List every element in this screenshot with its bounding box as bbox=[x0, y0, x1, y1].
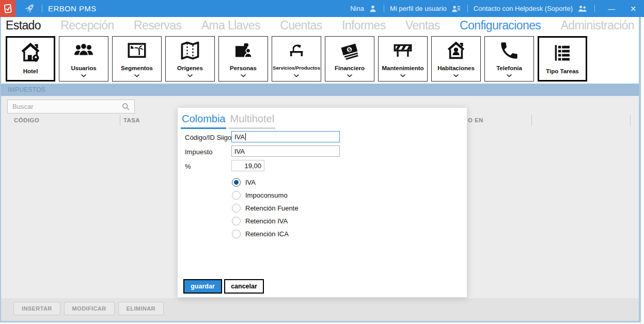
menu-configuraciones[interactable]: Configuraciones bbox=[460, 19, 541, 33]
helpdesk-link[interactable]: Contacto con Helpdesk (Soporte) bbox=[474, 4, 589, 14]
toolbar-label: Orígenes bbox=[177, 64, 203, 72]
service-desk-icon bbox=[286, 37, 307, 64]
chevron-down-icon bbox=[506, 72, 512, 79]
profile-icon bbox=[450, 4, 462, 14]
tab-multihotel[interactable]: Multihotel bbox=[229, 112, 275, 129]
task-list-icon bbox=[551, 38, 574, 68]
radio-selected-icon bbox=[232, 178, 241, 187]
close-icon: ✕ bbox=[630, 5, 636, 13]
codigo-id-siigo-input[interactable]: IVA bbox=[231, 131, 340, 142]
radio-retencion-fuente[interactable]: Retención Fuente bbox=[232, 204, 299, 213]
eliminar-button[interactable]: ELIMINAR bbox=[118, 302, 164, 315]
radio-unselected-icon bbox=[232, 191, 241, 200]
search-box[interactable] bbox=[7, 100, 135, 114]
menu-reservas[interactable]: Reservas bbox=[134, 19, 181, 33]
titlebar-divider bbox=[384, 5, 384, 12]
codigo-id-siigo-value: IVA bbox=[234, 133, 245, 141]
insertar-button[interactable]: INSERTAR bbox=[13, 302, 60, 315]
toolbar-button-financiero[interactable]: $ Financiero bbox=[325, 36, 374, 82]
toolbar-label: Mantenimiento bbox=[382, 64, 423, 72]
toolbar-label: Telefonía bbox=[496, 64, 522, 72]
menu-ama-llaves[interactable]: Ama Llaves bbox=[201, 19, 260, 33]
radio-label: Impoconsumo bbox=[245, 191, 288, 199]
app-window: Estado Recepción Reservas Ama Llaves Cue… bbox=[0, 17, 641, 322]
footer-bar: INSERTAR MODIFICAR ELIMINAR bbox=[1, 298, 639, 322]
text-caret bbox=[245, 133, 246, 140]
tab-colombia[interactable]: Colombia bbox=[181, 112, 226, 129]
modificar-button[interactable]: MODIFICAR bbox=[64, 302, 115, 315]
impuesto-dialog: Colombia Multihotel Código/ID Siigo IVA … bbox=[178, 108, 467, 297]
radio-iva[interactable]: IVA bbox=[232, 178, 256, 187]
helpdesk-label: Contacto con Helpdesk (Soporte) bbox=[474, 5, 573, 12]
titlebar-user[interactable]: Nina bbox=[350, 4, 378, 14]
chevron-down-icon bbox=[240, 72, 246, 79]
search-input[interactable] bbox=[8, 103, 121, 110]
menu-cuentas[interactable]: Cuentas bbox=[280, 19, 322, 33]
percent-input[interactable]: 19,00 bbox=[231, 160, 264, 171]
radio-label: Retención Fuente bbox=[245, 204, 299, 212]
user-icon bbox=[368, 4, 378, 14]
impuesto-input[interactable]: IVA bbox=[231, 145, 340, 157]
toolbar-button-servicios-productos[interactable]: Servicios/Productos bbox=[272, 36, 321, 82]
toolbar-button-telefonia[interactable]: Telefonía bbox=[484, 36, 534, 82]
dialog-tabs: Colombia Multihotel bbox=[181, 112, 275, 129]
radio-label: Retención ICA bbox=[245, 230, 289, 238]
user-name: Nina bbox=[350, 5, 364, 12]
toolbar-button-habitaciones[interactable]: Habitaciones bbox=[431, 36, 481, 82]
money-icon: $ bbox=[338, 37, 362, 64]
toolbar-label: Usuarios bbox=[71, 64, 96, 72]
toolbar-label: Personas bbox=[230, 64, 257, 72]
minimize-button[interactable]: — bbox=[601, 0, 622, 17]
rocket-icon bbox=[23, 2, 36, 15]
close-button[interactable]: ✕ bbox=[622, 0, 644, 17]
titlebar-divider bbox=[42, 5, 42, 12]
column-divider bbox=[531, 115, 532, 126]
radio-label: IVA bbox=[245, 179, 256, 186]
field-label-impuesto: Impuesto bbox=[185, 148, 212, 156]
toolbar-button-usuarios[interactable]: Usuarios bbox=[59, 36, 108, 82]
chevron-down-icon bbox=[187, 72, 193, 79]
impuesto-value: IVA bbox=[234, 148, 245, 155]
toolbar-label: Habitaciones bbox=[437, 64, 475, 72]
app-logo bbox=[0, 0, 15, 17]
toolbar-button-personas[interactable]: Personas bbox=[218, 36, 268, 82]
menu-administracion[interactable]: Administración bbox=[561, 19, 634, 33]
menu-informes[interactable]: Informes bbox=[342, 19, 386, 33]
app-title: ERBON PMS bbox=[48, 4, 97, 13]
toolbar-button-origenes[interactable]: Orígenes bbox=[165, 36, 215, 82]
radio-retencion-iva[interactable]: Retención IVA bbox=[232, 217, 288, 225]
room-person-icon bbox=[445, 37, 467, 64]
toolbar-button-mantenimiento[interactable]: Mantenimiento bbox=[378, 36, 428, 82]
section-header: IMPUESTOS bbox=[1, 84, 639, 96]
menu-ventas[interactable]: Ventas bbox=[405, 19, 440, 33]
toolbar-button-tipo-tareas[interactable]: Tipo Tareas bbox=[538, 36, 587, 82]
users-icon bbox=[72, 37, 95, 64]
chevron-down-icon bbox=[293, 72, 300, 79]
section-title: IMPUESTOS bbox=[8, 86, 45, 93]
chevron-down-icon bbox=[347, 72, 353, 79]
column-divider bbox=[630, 115, 631, 126]
briefcase-person-icon bbox=[231, 37, 255, 64]
radio-impoconsumo[interactable]: Impoconsumo bbox=[232, 191, 288, 200]
profile-link[interactable]: Mi perfil de usuario bbox=[390, 4, 462, 14]
toolbar-button-hotel[interactable]: Hotel bbox=[6, 36, 55, 82]
toolbar-label: Tipo Tareas bbox=[546, 68, 579, 75]
content-area: CÓDIGO TASA O EN INSERTAR MODIFICAR ELIM… bbox=[1, 96, 639, 322]
radio-unselected-icon bbox=[232, 217, 241, 225]
menu-estado[interactable]: Estado bbox=[6, 19, 41, 33]
column-header-codigo[interactable]: CÓDIGO bbox=[14, 117, 39, 123]
cancelar-button[interactable]: cancelar bbox=[224, 279, 264, 294]
radio-retencion-ica[interactable]: Retención ICA bbox=[232, 230, 289, 238]
guardar-button[interactable]: guardar bbox=[183, 279, 222, 294]
chevron-down-icon bbox=[134, 72, 140, 79]
menu-recepcion[interactable]: Recepción bbox=[60, 19, 114, 33]
minimize-icon: — bbox=[608, 5, 615, 13]
column-header-partial[interactable]: O EN bbox=[468, 117, 483, 123]
map-icon bbox=[179, 37, 201, 64]
chevron-down-icon bbox=[400, 72, 406, 79]
toolbar-button-segmentos[interactable]: Segmentos bbox=[112, 36, 162, 82]
column-divider bbox=[120, 115, 120, 126]
hotel-icon bbox=[19, 38, 42, 68]
column-header-tasa[interactable]: TASA bbox=[123, 117, 140, 123]
radio-unselected-icon bbox=[232, 204, 241, 213]
